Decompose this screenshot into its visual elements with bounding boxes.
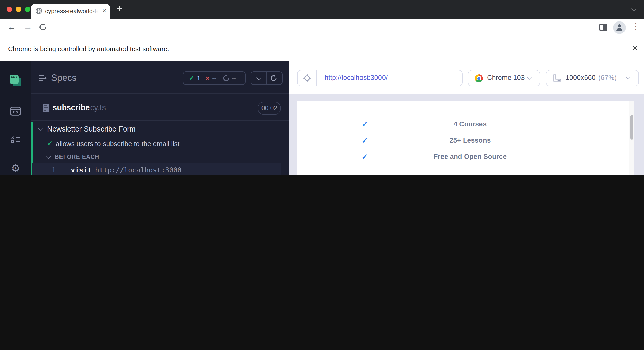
divider [31,120,289,121]
reload-button[interactable] [38,23,47,31]
collapse-refresh-control [251,71,283,85]
tabstrip-chevron-icon[interactable] [631,6,636,11]
command-row-visit[interactable]: 1 visit http://localhost:3000 [32,163,281,175]
automation-infobar: Chrome is being controlled by automated … [0,37,644,62]
forward-button[interactable]: → [22,22,33,33]
command-arg: http://localhost:3000 [95,166,182,174]
aut-panel: http://localhost:3000/ Chrome 103 1000x6… [289,61,644,175]
browser-tab[interactable]: cypress-realworld-testing-cou × [31,4,110,19]
feature-label: Free and Open Source [297,153,634,160]
refresh-icon[interactable] [270,74,277,82]
aut-url[interactable]: http://localhost:3000/ [325,74,388,81]
cypress-app-icon[interactable] [9,74,22,88]
viewport-select-chevron-icon [626,75,631,80]
reporter-panel: Specs ✓ 1 × -- -- [31,61,289,175]
viewport-select[interactable]: 1000x660 (67%) [546,70,639,86]
sidebar-divider [0,93,30,93]
command-name: visit [71,166,91,174]
side-panel-icon[interactable] [599,24,607,31]
tab-title-fade [91,8,100,15]
before-each-header[interactable]: BEFORE EACH [31,153,289,162]
feature-row: ✓ 4 Courses [297,120,634,128]
aut-scrollbar-track[interactable] [629,101,634,175]
test-title: allows users to subscribe to the email l… [56,140,179,148]
infobar-message: Chrome is being controlled by automated … [8,45,169,53]
failed-count: -- [212,74,216,81]
crosshair-icon [303,74,311,82]
mac-close-button[interactable] [7,7,12,12]
failed-icon: × [206,74,209,82]
specs-panel-title: Specs [51,73,76,83]
aut-scrollbar-thumb[interactable] [630,115,633,140]
feature-row: ✓ 25+ Lessons [297,136,634,144]
globe-favicon-icon [35,8,42,14]
selector-playground-button[interactable] [298,70,317,86]
spec-file-row[interactable]: subscribe .cy.ts 00:02 [31,100,289,116]
passed-icon: ✓ [189,74,194,82]
test-row[interactable]: ✓ allows users to subscribe to the email… [31,139,289,149]
feature-row: ✓ Free and Open Source [297,152,634,160]
pending-count: -- [232,74,236,81]
spec-file-icon [43,104,49,112]
browser-select[interactable]: Chrome 103 [468,70,540,86]
infobar-close-icon[interactable]: × [630,43,639,54]
tab-close-icon[interactable]: × [101,7,108,15]
spec-duration-badge: 00:02 [258,102,281,115]
viewport-zoom-label: (67%) [598,74,617,81]
cypress-sidebar: ⚙ ⌘ cy [0,61,31,175]
sidebar-item-specs[interactable] [10,107,21,116]
test-pass-check-icon: ✓ [47,140,53,147]
specs-icon [39,74,48,82]
spec-stats[interactable]: ✓ 1 × -- -- [183,71,246,85]
screen: cypress-realworld-testing-cou × + ← → i … [0,0,644,175]
spec-file-name: subscribe [53,103,90,112]
command-number: 1 [52,166,56,174]
new-tab-button[interactable]: + [114,4,125,15]
browser-select-label: Chrome 103 [487,74,525,81]
feature-label: 4 Courses [297,120,634,128]
spec-file-ext: .cy.ts [88,103,106,112]
aut-toolbar: http://localhost:3000/ Chrome 103 1000x6… [289,61,644,94]
pending-icon [223,75,229,81]
divider [31,93,289,94]
sidebar-item-runs[interactable] [11,136,21,144]
suite-title: Newsletter Subscribe Form [47,125,136,133]
aut-url-control: http://localhost:3000/ [297,70,463,86]
passed-count: 1 [197,74,200,82]
browser-menu-kebab-icon[interactable]: ⋮ [632,21,640,31]
suite-row[interactable]: Newsletter Subscribe Form [31,124,289,135]
ruler-icon [553,74,561,82]
feature-label: 25+ Lessons [297,137,634,144]
chrome-browser-icon [475,74,483,82]
sidebar-item-settings-gear-icon[interactable]: ⚙ [10,162,22,174]
back-button[interactable]: ← [6,22,17,33]
aut-iframe: ✓ 4 Courses ✓ 25+ Lessons ✓ Free and Ope… [297,101,634,175]
tab-strip: cypress-realworld-testing-cou × + [0,0,644,19]
collapse-all-chevron-icon[interactable] [256,75,261,80]
viewport-size-label: 1000x660 [566,74,596,81]
before-each-label: BEFORE EACH [55,154,99,160]
mac-zoom-button[interactable] [25,7,30,12]
browser-toolbar: ← → i localhost:3000/__/#/specs/runner?f… [0,19,644,38]
profile-avatar[interactable] [613,21,626,34]
browser-select-chevron-icon [527,75,532,80]
mac-minimize-button[interactable] [16,7,21,12]
